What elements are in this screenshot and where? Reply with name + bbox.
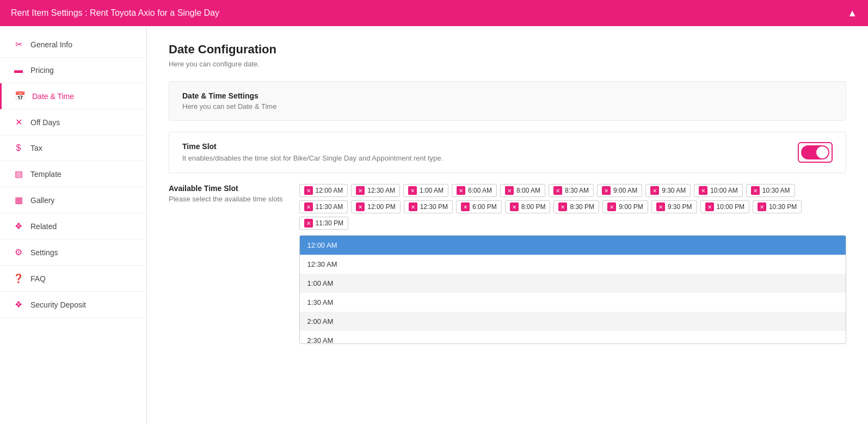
time-tag: ✕9:30 AM [645,184,691,197]
tag-remove-button[interactable]: ✕ [751,186,760,195]
date-time-settings-subtitle: Here you can set Date & Time [182,102,833,110]
faq-icon: ❓ [13,273,24,284]
time-tag: ✕12:00 PM [351,200,400,213]
time-tag: ✕11:30 PM [299,217,348,230]
tax-icon: $ [13,143,24,153]
tag-label: 8:30 AM [565,187,589,194]
tag-label: 6:00 AM [468,187,492,194]
sidebar-label-tax: Tax [30,144,42,152]
tag-remove-button[interactable]: ✕ [553,186,562,195]
available-time-slot-section: Available Time Slot Please select the av… [169,184,846,344]
tag-remove-button[interactable]: ✕ [607,202,616,211]
tag-label: 12:30 AM [367,187,395,194]
available-time-slot-content: ✕12:00 AM✕12:30 AM✕1:00 AM✕6:00 AM✕8:00 … [299,184,846,344]
template-icon: ▤ [13,169,24,179]
dropdown-option[interactable]: 12:30 AM [300,255,846,274]
tag-remove-button[interactable]: ✕ [304,219,313,228]
sidebar-label-date-time: Date & Time [32,92,74,101]
tag-remove-button[interactable]: ✕ [304,186,313,195]
dropdown-option[interactable]: 2:30 AM [300,331,846,344]
sidebar-item-related[interactable]: ❖Related [0,213,146,239]
tag-remove-button[interactable]: ✕ [356,186,365,195]
time-tag: ✕1:00 AM [403,184,448,197]
date-time-settings-title: Date & Time Settings [182,91,833,100]
tag-remove-button[interactable]: ✕ [510,202,519,211]
tag-remove-button[interactable]: ✕ [656,202,665,211]
tag-label: 9:00 AM [613,187,637,194]
security-deposit-icon: ❖ [13,299,24,310]
sidebar-item-security-deposit[interactable]: ❖Security Deposit [0,292,146,318]
tag-label: 10:30 AM [762,187,790,194]
sidebar-label-general-info: General Info [30,40,72,49]
tag-remove-button[interactable]: ✕ [558,202,567,211]
time-tag: ✕11:30 AM [299,200,348,213]
tag-label: 11:30 PM [316,219,343,227]
sidebar-item-faq[interactable]: ❓FAQ [0,266,146,292]
time-tag: ✕10:30 PM [753,200,802,213]
tag-remove-button[interactable]: ✕ [699,186,707,195]
tag-remove-button[interactable]: ✕ [304,202,313,211]
tag-remove-button[interactable]: ✕ [602,186,611,195]
tag-remove-button[interactable]: ✕ [650,186,659,195]
dropdown-option[interactable]: 2:00 AM [300,312,846,331]
time-slot-tags: ✕12:00 AM✕12:30 AM✕1:00 AM✕6:00 AM✕8:00 … [299,184,846,230]
time-slot-dropdown[interactable]: 12:00 AM12:30 AM1:00 AM1:30 AM2:00 AM2:3… [299,235,846,344]
tag-label: 9:30 PM [668,203,692,211]
time-tag: ✕12:30 AM [351,184,400,197]
tag-remove-button[interactable]: ✕ [758,202,766,211]
tag-label: 8:00 AM [516,187,540,194]
time-tag: ✕6:00 PM [456,200,502,213]
time-tag: ✕6:00 AM [452,184,497,197]
related-icon: ❖ [13,221,24,231]
sidebar-item-pricing[interactable]: ▬Pricing [0,58,146,83]
dropdown-option[interactable]: 1:30 AM [300,293,846,312]
available-time-slot-sublabel: Please select the availabe time slots [169,195,283,203]
sidebar-label-faq: FAQ [30,274,46,283]
sidebar-item-tax[interactable]: $Tax [0,136,146,161]
general-info-icon: ✂ [13,39,24,50]
tag-label: 6:00 PM [472,203,497,211]
date-time-settings-card: Date & Time Settings Here you can set Da… [169,81,846,121]
time-tag: ✕8:00 PM [505,200,551,213]
page-subtitle: Here you can configure date. [169,60,846,68]
sidebar-item-gallery[interactable]: ▦Gallery [0,187,146,213]
time-slot-toggle-wrapper[interactable] [798,142,833,163]
tag-remove-button[interactable]: ✕ [461,202,470,211]
tag-label: 12:00 PM [367,203,395,211]
main-layout: ✂General Info▬Pricing📅Date & Time✕Off Da… [0,26,868,424]
sidebar-label-pricing: Pricing [30,66,54,75]
time-slot-description: It enables/disables the time slot for Bi… [182,154,443,162]
tag-remove-button[interactable]: ✕ [505,186,514,195]
sidebar-item-general-info[interactable]: ✂General Info [0,32,146,58]
time-tag: ✕12:00 AM [299,184,348,197]
tag-label: 1:00 AM [420,187,444,194]
time-tag: ✕8:30 AM [549,184,594,197]
time-tag: ✕9:30 PM [651,200,697,213]
tag-remove-button[interactable]: ✕ [356,202,365,211]
tag-remove-button[interactable]: ✕ [409,202,417,211]
tag-label: 9:00 PM [619,203,643,211]
date-time-icon: 📅 [15,91,26,101]
time-slot-toggle[interactable] [801,145,829,159]
available-time-slot-label-col: Available Time Slot Please select the av… [169,184,283,344]
header-arrow-icon[interactable]: ▲ [847,8,857,19]
time-tag: ✕9:00 AM [597,184,642,197]
tag-label: 10:00 AM [710,187,738,194]
tag-remove-button[interactable]: ✕ [705,202,714,211]
sidebar-item-settings[interactable]: ⚙Settings [0,239,146,266]
app-header: Rent Item Settings : Rent Toyota Axio fo… [0,0,868,26]
tag-label: 8:30 PM [570,203,594,211]
pricing-icon: ▬ [13,65,24,75]
dropdown-option[interactable]: 12:00 AM [300,236,846,255]
sidebar-item-template[interactable]: ▤Template [0,161,146,187]
sidebar-label-gallery: Gallery [30,196,54,205]
tag-remove-button[interactable]: ✕ [408,186,417,195]
time-tag: ✕10:00 PM [700,200,749,213]
sidebar-item-date-time[interactable]: 📅Date & Time [0,83,146,109]
tag-remove-button[interactable]: ✕ [457,186,465,195]
sidebar-item-off-days[interactable]: ✕Off Days [0,109,146,136]
tag-label: 10:00 PM [717,203,744,211]
time-slot-title: Time Slot [182,142,443,151]
tag-label: 12:30 PM [420,203,448,211]
dropdown-option[interactable]: 1:00 AM [300,274,846,293]
